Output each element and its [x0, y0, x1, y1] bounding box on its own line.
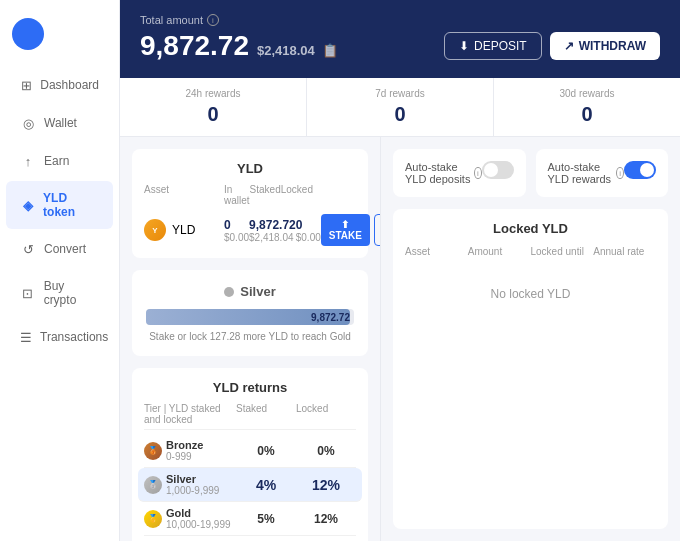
deposit-button[interactable]: ⬇ DEPOSIT [444, 32, 542, 60]
gold-tier-range: 10,000-19,999 [166, 519, 231, 530]
auto-stake-rewards-card: Auto-stake YLD rewards i [536, 149, 669, 197]
silver-progress-card: Silver 9,872.72 Stake or lock 127.28 mor… [132, 270, 368, 356]
total-amount-value: 9,872.72 [140, 30, 249, 62]
reward-7d: 7d rewards 0 [307, 78, 494, 136]
total-label: Total amount i [140, 14, 660, 26]
no-locked-message: No locked YLD [405, 287, 656, 301]
sidebar-item-yld-token[interactable]: ◈ YLD token [6, 181, 113, 229]
locked-yld-title: Locked YLD [405, 221, 656, 236]
wallet-usd: $0.00 [224, 232, 249, 243]
sidebar-item-convert[interactable]: ↺ Convert [6, 231, 113, 267]
sidebar-logo [0, 10, 119, 66]
gold-locked-pct: 12% [296, 512, 356, 526]
reward-7d-label: 7d rewards [317, 88, 483, 99]
logo-icon [12, 18, 44, 50]
sidebar-item-transactions[interactable]: ☰ Transactions [6, 319, 113, 355]
auto-stake-rewards-label: Auto-stake YLD rewards i [548, 161, 625, 185]
silver-tier-label: Silver [240, 284, 275, 299]
auto-stake-deposits-info-icon[interactable]: i [474, 167, 481, 179]
sidebar-label-convert: Convert [44, 242, 86, 256]
silver-tier-icon: 🥈 [144, 476, 162, 494]
wallet-icon: ◎ [20, 115, 36, 131]
silver-header: Silver [146, 284, 354, 299]
gold-staked-pct: 5% [236, 512, 296, 526]
sidebar-item-dashboard[interactable]: ⊞ Dashboard [6, 67, 113, 103]
sidebar-label-wallet: Wallet [44, 116, 77, 130]
earn-icon: ↑ [20, 153, 36, 169]
col-actions [313, 184, 380, 206]
auto-stake-deposits-label: Auto-stake YLD deposits i [405, 161, 482, 185]
sidebar-item-earn[interactable]: ↑ Earn [6, 143, 113, 179]
deposit-icon: ⬇ [459, 39, 469, 53]
locked-yld-card: Locked YLD Asset Amount Locked until Ann… [393, 209, 668, 529]
returns-table-header: Tier | YLD staked and locked Staked Lock… [144, 403, 356, 430]
progress-value: 9,872.72 [311, 309, 350, 325]
gold-tier-name: Gold [166, 507, 231, 519]
transactions-icon: ☰ [20, 329, 32, 345]
locked-yld-header: Asset Amount Locked until Annual rate [405, 246, 656, 257]
sidebar-label-buy-crypto: Buy crypto [44, 279, 99, 307]
yld-coin-icon: Y [144, 219, 166, 241]
bronze-tier-range: 0-999 [166, 451, 203, 462]
silver-tier-range: 1,000-9,999 [166, 485, 219, 496]
stake-button[interactable]: ⬆ STAKE [321, 214, 370, 246]
withdraw-icon: ↗ [564, 39, 574, 53]
auto-stake-rewards-info-icon[interactable]: i [616, 167, 624, 179]
returns-row-gold: 🥇 Gold 10,000-19,999 5% 12% [144, 502, 356, 536]
yld-coin-name: YLD [172, 223, 195, 237]
convert-icon: ↺ [20, 241, 36, 257]
auto-stake-rewards-toggle[interactable] [624, 161, 656, 179]
returns-col-staked: Staked [236, 403, 296, 425]
reward-30d-label: 30d rewards [504, 88, 670, 99]
gold-tier-icon: 🥇 [144, 510, 162, 528]
rewards-row: 24h rewards 0 7d rewards 0 30d rewards 0 [120, 78, 680, 137]
staked-cell: 9,872.72 $2,418.04 [249, 218, 296, 243]
sidebar: ⊞ Dashboard ◎ Wallet ↑ Earn ◈ YLD token … [0, 0, 120, 541]
returns-col-tier: Tier | YLD staked and locked [144, 403, 236, 425]
header-actions: ⬇ DEPOSIT ↗ WITHDRAW [444, 32, 660, 60]
returns-row-silver: 🥈 Silver 1,000-9,999 4% 12% [138, 468, 362, 502]
total-usd-value: $2,418.04 📋 [257, 43, 338, 58]
reward-24h-label: 24h rewards [130, 88, 296, 99]
locked-col-until: Locked until [531, 246, 594, 257]
wallet-amount: 0 [224, 218, 249, 232]
total-info-icon[interactable]: i [207, 14, 219, 26]
yld-table: YLD Asset In wallet Staked Locked Y YLD … [132, 149, 368, 258]
locked-amount: 0 [296, 218, 321, 232]
yld-table-row: Y YLD 0 $0.00 9,872.72 $2,418.04 0 $0.00 [144, 214, 356, 246]
silver-tier-dot [224, 287, 234, 297]
sidebar-item-buy-crypto[interactable]: ⊡ Buy crypto [6, 269, 113, 317]
sidebar-label-earn: Earn [44, 154, 69, 168]
auto-stake-deposits-toggle[interactable] [482, 161, 514, 179]
bronze-tier-name: Bronze [166, 439, 203, 451]
toggle-knob-2 [640, 163, 654, 177]
toggle-row: Auto-stake YLD deposits i Auto-stake YLD… [393, 149, 668, 197]
reward-24h: 24h rewards 0 [120, 78, 307, 136]
locked-usd: $0.00 [296, 232, 321, 243]
returns-row-diamond: 💎 Diamond 20,000+ 6% 12% [144, 536, 356, 541]
col-asset: Asset [144, 184, 224, 206]
returns-title: YLD returns [144, 380, 356, 395]
auto-stake-deposits-card: Auto-stake YLD deposits i [393, 149, 526, 197]
reward-30d-value: 0 [504, 103, 670, 126]
main-content: Total amount i 9,872.72 $2,418.04 📋 ⬇ DE… [120, 0, 680, 541]
dashboard-icon: ⊞ [20, 77, 32, 93]
sidebar-item-wallet[interactable]: ◎ Wallet [6, 105, 113, 141]
progress-bar-wrap: 9,872.72 [146, 309, 354, 325]
action-buttons: ⬆ STAKE ↓ UNSTAKE 🔒 LOCK ↺ CONVERT [321, 214, 380, 246]
yld-token-icon: ◈ [20, 197, 35, 213]
sidebar-label-yld-token: YLD token [43, 191, 99, 219]
yld-returns-card: YLD returns Tier | YLD staked and locked… [132, 368, 368, 541]
sidebar-label-dashboard: Dashboard [40, 78, 99, 92]
header-section: Total amount i 9,872.72 $2,418.04 📋 ⬇ DE… [120, 0, 680, 78]
locked-col-amount: Amount [468, 246, 531, 257]
staked-usd: $2,418.04 [249, 232, 296, 243]
reward-7d-value: 0 [317, 103, 483, 126]
sidebar-label-transactions: Transactions [40, 330, 108, 344]
bronze-tier-icon: 🥉 [144, 442, 162, 460]
locked-cell: 0 $0.00 [296, 218, 321, 243]
locked-col-rate: Annual rate [593, 246, 656, 257]
withdraw-button[interactable]: ↗ WITHDRAW [550, 32, 660, 60]
total-amount: 9,872.72 $2,418.04 📋 [140, 30, 338, 62]
staked-amount: 9,872.72 [249, 218, 296, 232]
